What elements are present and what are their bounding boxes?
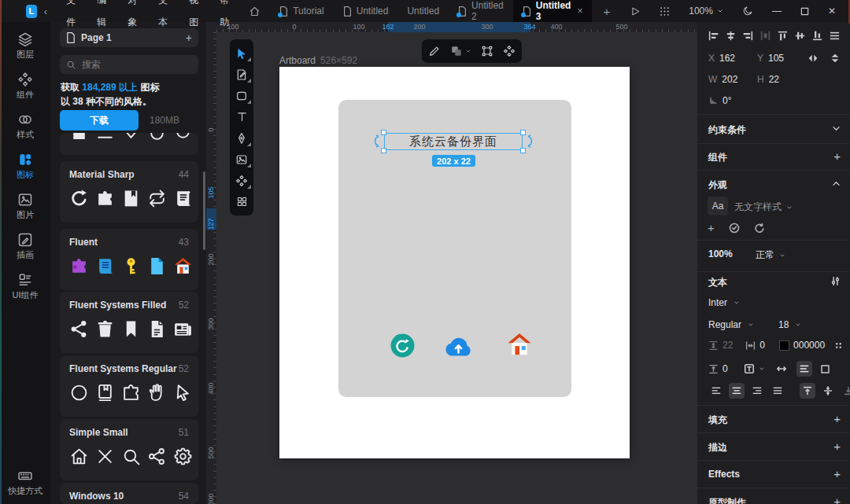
sidebar-item-icons[interactable]: 图标	[0, 147, 50, 183]
sidebar-item-ui-kits[interactable]: UI组件	[0, 267, 50, 304]
font-size-select[interactable]: 18	[778, 319, 801, 330]
sidebar-item-components[interactable]: 组件	[0, 67, 50, 103]
tab-untitled-2[interactable]: Untitled	[397, 0, 449, 22]
letter-spacing-field[interactable]: 0	[745, 340, 765, 351]
scroll-icon[interactable]	[173, 189, 198, 209]
icon-set-name[interactable]: Fluent Systems Regular	[69, 363, 177, 374]
align-vertical-center-icon[interactable]	[791, 28, 808, 42]
app-logo[interactable]: L	[26, 5, 37, 18]
document-icon[interactable]	[147, 319, 173, 340]
image-tool[interactable]	[230, 149, 253, 170]
download-button[interactable]: 下载	[60, 110, 139, 131]
chevron-icon[interactable]	[121, 133, 147, 142]
font-family-select[interactable]: Inter	[708, 297, 740, 308]
vertical-align-bottom-icon[interactable]	[841, 383, 850, 399]
align-horizontal-center-icon[interactable]	[722, 28, 739, 42]
close-tab-icon[interactable]: ×	[577, 6, 582, 17]
paragraph-spacing-field[interactable]: 0	[708, 363, 728, 374]
newspaper-icon[interactable]	[173, 319, 198, 340]
share-icon[interactable]	[147, 447, 173, 467]
resize-handle[interactable]	[520, 148, 526, 153]
close-icon[interactable]	[95, 447, 121, 467]
flip-horizontal-icon[interactable]	[808, 53, 819, 64]
book-icon[interactable]	[95, 383, 121, 403]
opacity-field[interactable]: 100%	[708, 248, 733, 259]
rotate-handle[interactable]	[371, 134, 380, 148]
sidebar-item-styles[interactable]: 样式	[0, 107, 50, 143]
boolean-ops-button[interactable]	[450, 45, 471, 57]
puzzle-icon[interactable]	[95, 189, 121, 209]
menu-edit[interactable]: 编辑	[87, 0, 118, 33]
x-field[interactable]: X162	[708, 53, 735, 64]
grid-view-icon[interactable]	[650, 6, 679, 17]
minimize-button[interactable]: —	[763, 6, 791, 17]
circle-icon[interactable]	[69, 383, 95, 403]
sidebar-item-illustrations[interactable]: 插画	[0, 227, 50, 263]
align-top-icon[interactable]	[774, 28, 791, 42]
puzzle-icon[interactable]	[121, 383, 147, 403]
back-chevron-icon[interactable]: ‹	[44, 6, 47, 17]
apply-style-icon[interactable]	[729, 223, 740, 234]
frame-selection-icon[interactable]	[481, 45, 493, 57]
refresh-icon[interactable]	[390, 333, 415, 358]
y-field[interactable]: Y105	[757, 53, 784, 64]
text-color-field[interactable]: 000000	[779, 340, 825, 351]
cursor-icon[interactable]	[173, 383, 198, 403]
add-stroke-button[interactable]: +	[833, 440, 841, 453]
puzzle-icon[interactable]	[69, 256, 95, 277]
book-bookmark-icon[interactable]	[121, 189, 147, 209]
rectangle-tool[interactable]	[230, 85, 253, 106]
repeat-icon[interactable]	[147, 189, 173, 209]
text-align-right-icon[interactable]	[749, 383, 765, 399]
rotate-handle[interactable]	[527, 134, 535, 148]
rotation-field[interactable]: 0°	[708, 95, 731, 106]
text-align-center-icon[interactable]	[729, 383, 745, 399]
pencil-tool-icon[interactable]	[428, 45, 441, 57]
thumb-icon[interactable]	[147, 383, 173, 403]
file-icon[interactable]	[147, 256, 173, 277]
auto-height-icon[interactable]	[796, 361, 812, 377]
constraints-section[interactable]: 约束条件	[708, 123, 746, 137]
add-component-button[interactable]: +	[833, 149, 841, 163]
fill-section[interactable]: 填充	[708, 414, 727, 427]
canvas[interactable]: 100 0 100 162 200 300 364 400 500 0 105 …	[206, 22, 697, 504]
text-transform-select[interactable]	[744, 363, 765, 374]
icon-set-name[interactable]: Windows 10	[69, 491, 124, 502]
pen-tool[interactable]	[230, 127, 253, 149]
tab-tutorial[interactable]: Tutorial	[270, 0, 334, 22]
share-icon[interactable]	[69, 319, 95, 340]
layout-grid-tool[interactable]	[230, 191, 253, 212]
stroke-section[interactable]: 描边	[708, 441, 727, 454]
search-icon[interactable]	[121, 447, 147, 467]
menu-help[interactable]: 帮助	[210, 0, 241, 33]
menu-file[interactable]: 文件	[57, 0, 87, 33]
menu-view[interactable]: 视图	[179, 0, 210, 33]
flip-vertical-icon[interactable]	[830, 53, 841, 64]
select-tool[interactable]	[230, 42, 253, 64]
home-icon[interactable]	[506, 332, 533, 357]
resize-handle[interactable]	[381, 148, 386, 153]
blend-mode-select[interactable]: 正常	[756, 248, 785, 262]
line-height-field[interactable]: 22	[708, 340, 733, 351]
text-settings-sliders-icon[interactable]	[830, 276, 841, 286]
add-page-button[interactable]: +	[186, 31, 192, 44]
artboard-label[interactable]: Artboard 526×592	[279, 55, 357, 66]
tab-untitled-1[interactable]: Untitled	[334, 0, 398, 22]
add-effect-button[interactable]: +	[833, 467, 841, 480]
new-tab-button[interactable]: +	[592, 0, 621, 22]
zoom-select[interactable]: 100%	[679, 6, 733, 17]
theme-toggle-moon-icon[interactable]	[733, 6, 763, 17]
component-section[interactable]: 组件	[708, 151, 727, 164]
color-swatch[interactable]	[779, 340, 789, 351]
sidebar-item-photos[interactable]: 图片	[0, 187, 50, 223]
text-style-select[interactable]: 无文字样式	[734, 200, 793, 214]
home-icon[interactable]	[69, 447, 95, 467]
add-fill-button[interactable]: +	[833, 412, 841, 425]
prototype-section[interactable]: 原型制作	[708, 496, 746, 504]
add-prototype-button[interactable]: +	[833, 495, 841, 504]
appearance-section[interactable]: 外观	[708, 178, 727, 192]
align-right-icon[interactable]	[739, 28, 756, 42]
text-align-justify-icon[interactable]	[770, 383, 785, 399]
detach-style-icon[interactable]	[835, 342, 842, 349]
fixed-size-icon[interactable]	[820, 364, 830, 374]
